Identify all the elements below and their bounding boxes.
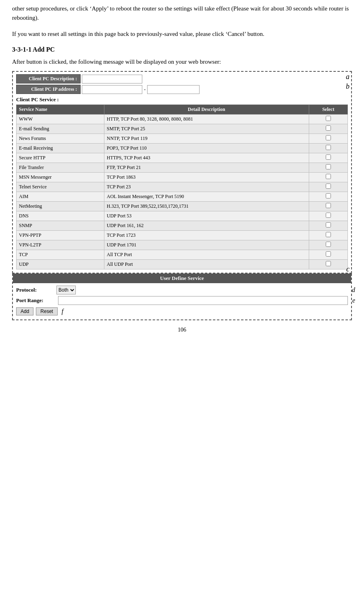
- service-select-cell: [309, 144, 347, 153]
- service-select-cell: [309, 240, 347, 250]
- annotation-f: f: [62, 308, 63, 315]
- service-name-cell: NetMeeting: [17, 202, 104, 211]
- pc-ip-input1[interactable]: [82, 85, 142, 94]
- service-select-cell: [309, 163, 347, 173]
- service-checkbox[interactable]: [326, 232, 331, 237]
- table-row: News ForumsNNTP, TCP Port 119: [17, 134, 348, 144]
- service-checkbox[interactable]: [326, 135, 331, 140]
- service-desc-cell: POP3, TCP Port 110: [104, 144, 309, 153]
- service-desc-cell: HTTPS, TCP Port 443: [104, 153, 309, 163]
- annotation-b: b: [346, 82, 349, 91]
- service-checkbox[interactable]: [326, 251, 331, 257]
- table-row: NetMeetingH.323, TCP Port 389,522,1503,1…: [17, 202, 348, 211]
- service-name-cell: SNMP: [17, 221, 104, 231]
- annotation-d: d: [352, 286, 355, 294]
- table-row: VPN-PPTPTCP Port 1723: [17, 231, 348, 240]
- service-select-cell: [309, 153, 347, 163]
- service-table: Service Name Detail Description Select W…: [16, 104, 348, 269]
- pc-ip-input2[interactable]: [147, 85, 200, 94]
- protocol-row: Protocol: Both TCP UDP d: [16, 286, 348, 294]
- service-name-cell: AIM: [17, 192, 104, 202]
- service-section-label: Client PC Service :: [16, 96, 348, 103]
- service-checkbox[interactable]: [326, 203, 331, 208]
- service-desc-cell: All UDP Port: [104, 260, 309, 269]
- service-desc-cell: TCP Port 1863: [104, 173, 309, 182]
- col-header-service-name: Service Name: [17, 105, 104, 115]
- service-name-cell: TCP: [17, 250, 104, 260]
- user-define-container: User Define Service Protocol: Both TCP U…: [12, 273, 352, 320]
- reset-button[interactable]: Reset: [36, 307, 57, 315]
- port-range-input[interactable]: [58, 296, 348, 305]
- table-row: TCPAll TCP Port: [17, 250, 348, 260]
- intro-paragraph2: If you want to reset all settings in thi…: [12, 29, 352, 39]
- pc-ip-row: Client PC IP address : -: [16, 85, 348, 94]
- table-row: AIMAOL Instant Messenger, TCP Port 5190: [17, 192, 348, 202]
- service-select-cell: [309, 221, 347, 231]
- service-name-cell: News Forums: [17, 134, 104, 144]
- service-desc-cell: TCP Port 23: [104, 182, 309, 192]
- annotation-a: a: [346, 73, 349, 81]
- service-name-cell: VPN-PPTP: [17, 231, 104, 240]
- service-name-cell: WWW: [17, 115, 104, 124]
- pc-description-label: Client PC Description :: [16, 74, 81, 83]
- service-desc-cell: NNTP, TCP Port 119: [104, 134, 309, 144]
- service-name-cell: Secure HTTP: [17, 153, 104, 163]
- intro-paragraph1: other setup procedures, or click ‘Apply’…: [12, 4, 352, 22]
- service-checkbox[interactable]: [326, 154, 331, 160]
- service-desc-cell: AOL Instant Messenger, TCP Port 5190: [104, 192, 309, 202]
- service-name-cell: UDP: [17, 260, 104, 269]
- col-header-detail: Detail Description: [104, 105, 309, 115]
- description-text: After button is clicked, the following m…: [12, 57, 352, 67]
- table-row: File TransferFTP, TCP Port 21: [17, 163, 348, 173]
- service-checkbox[interactable]: [326, 174, 331, 179]
- service-desc-cell: UDP Port 53: [104, 211, 309, 221]
- service-checkbox[interactable]: [326, 242, 331, 247]
- protocol-select[interactable]: Both TCP UDP: [56, 286, 76, 294]
- user-define-header: User Define Service: [13, 273, 351, 283]
- table-row: WWWHTTP, TCP Port 80, 3128, 8000, 8080, …: [17, 115, 348, 124]
- service-checkbox[interactable]: [326, 213, 331, 218]
- service-checkbox[interactable]: [326, 222, 331, 227]
- protocol-label: Protocol:: [16, 287, 56, 293]
- service-select-cell: [309, 182, 347, 192]
- service-checkbox[interactable]: [326, 125, 331, 131]
- form-container: Client PC Description : Client PC IP add…: [12, 71, 352, 273]
- table-row: Telnet ServiceTCP Port 23: [17, 182, 348, 192]
- table-row: DNSUDP Port 53: [17, 211, 348, 221]
- col-header-select: Select: [309, 105, 347, 115]
- service-select-cell: [309, 134, 347, 144]
- service-checkbox[interactable]: [326, 184, 331, 189]
- service-select-cell: [309, 173, 347, 182]
- service-checkbox[interactable]: [326, 261, 331, 266]
- service-checkbox[interactable]: [326, 145, 331, 150]
- service-desc-cell: UDP Port 161, 162: [104, 221, 309, 231]
- table-row: VPN-L2TPUDP Port 1701: [17, 240, 348, 250]
- port-range-row: Port Range: e: [16, 296, 348, 305]
- service-name-cell: DNS: [17, 211, 104, 221]
- pc-description-input[interactable]: [82, 75, 142, 83]
- page-number: 106: [12, 327, 352, 333]
- table-row: MSN MessengerTCP Port 1863: [17, 173, 348, 182]
- pc-description-row: Client PC Description :: [16, 74, 348, 83]
- pc-ip-label: Client PC IP address :: [16, 85, 81, 94]
- table-row: SNMPUDP Port 161, 162: [17, 221, 348, 231]
- table-row: E-mail ReceivingPOP3, TCP Port 110: [17, 144, 348, 153]
- service-name-cell: Telnet Service: [17, 182, 104, 192]
- service-checkbox[interactable]: [326, 116, 331, 121]
- service-desc-cell: UDP Port 1701: [104, 240, 309, 250]
- service-checkbox[interactable]: [326, 193, 331, 198]
- service-name-cell: VPN-L2TP: [17, 240, 104, 250]
- table-row: E-mail SendingSMTP, TCP Port 25: [17, 124, 348, 134]
- service-name-cell: MSN Messenger: [17, 173, 104, 182]
- service-select-cell: [309, 260, 347, 269]
- service-select-cell: [309, 231, 347, 240]
- annotation-e: e: [352, 297, 355, 304]
- service-select-cell: [309, 115, 347, 124]
- service-checkbox[interactable]: [326, 164, 331, 169]
- service-select-cell: [309, 211, 347, 221]
- service-name-cell: E-mail Sending: [17, 124, 104, 134]
- add-button[interactable]: Add: [16, 307, 33, 315]
- service-name-cell: File Transfer: [17, 163, 104, 173]
- section-heading: 3-3-1-1 Add PC: [12, 46, 352, 53]
- service-select-cell: [309, 124, 347, 134]
